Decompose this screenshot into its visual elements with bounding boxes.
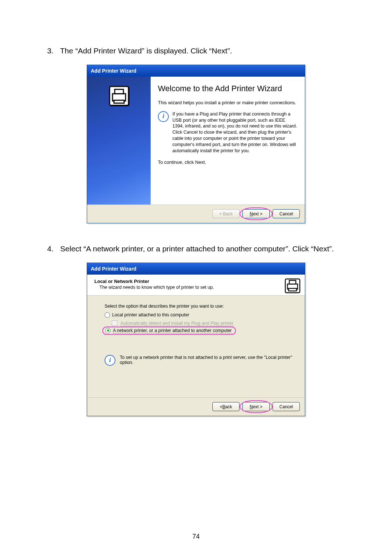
radio-icon: [105, 312, 110, 318]
wizard-1-button-row: < Back Next > Cancel: [87, 204, 305, 223]
wizard-2-body: Select the option that describes the pri…: [87, 296, 305, 397]
wizard-1-wrap: Add Printer Wizard Welcome to the Add Pr…: [47, 65, 345, 223]
back-button[interactable]: < Back: [212, 402, 240, 411]
wizard-2-header-sub: The wizard needs to know which type of p…: [99, 284, 214, 291]
step-4-text: 4. Select “A network printer, or a print…: [47, 242, 345, 256]
wizard-2-title: Add Printer Wizard: [91, 266, 136, 272]
radio-network-label: A network printer, or a printer attached…: [113, 328, 232, 333]
wizard-1-heading: Welcome to the Add Printer Wizard: [158, 84, 298, 93]
wizard-1-dialog: Add Printer Wizard Welcome to the Add Pr…: [87, 65, 305, 223]
step-3-text: 3. The “Add Printer Wizard” is displayed…: [47, 44, 345, 58]
wizard-2-titlebar: Add Printer Wizard: [87, 263, 305, 275]
radio-local-printer[interactable]: Local printer attached to this computer: [105, 312, 295, 318]
wizard-1-title: Add Printer Wizard: [91, 68, 136, 74]
svg-rect-6: [289, 280, 296, 284]
step-3-body: The “Add Printer Wizard” is displayed. C…: [60, 46, 232, 55]
wizard-1-titlebar: Add Printer Wizard: [87, 65, 305, 77]
printer-icon: [109, 86, 129, 106]
radio-network-printer[interactable]: A network printer, or a printer attached…: [105, 328, 232, 333]
document-page: 3. The “Add Printer Wizard” is displayed…: [0, 0, 392, 555]
svg-rect-2: [115, 89, 123, 94]
wizard-2-info-text: To set up a network printer that is not …: [120, 355, 295, 366]
info-icon: i: [105, 355, 115, 366]
page-number: 74: [0, 533, 392, 540]
info-icon-glyph: i: [109, 357, 111, 364]
checkbox-autodetect-label: Automatically detect and install my Plug…: [121, 321, 233, 326]
radio-icon: [105, 328, 111, 333]
svg-rect-3: [114, 100, 124, 103]
wizard-1-sidebar-art: [87, 77, 151, 204]
wizard-2-header-title: Local or Network Printer: [94, 278, 214, 285]
checkbox-icon: [112, 320, 117, 326]
wizard-1-right: Welcome to the Add Printer Wizard This w…: [151, 77, 305, 204]
cancel-button[interactable]: Cancel: [273, 209, 300, 218]
wizard-2-wrap: Add Printer Wizard Local or Network Prin…: [47, 263, 345, 416]
wizard-2-button-row: < Back Next > Cancel: [87, 397, 305, 416]
info-icon: i: [158, 111, 169, 122]
wizard-1-continue: To continue, click Next.: [158, 159, 298, 166]
radio-local-label: Local printer attached to this computer: [112, 312, 189, 317]
back-button[interactable]: < Back: [212, 209, 240, 218]
network-option-highlight: A network printer, or a printer attached…: [102, 327, 236, 335]
wizard-2-header: Local or Network Printer The wizard need…: [87, 275, 305, 296]
wizard-1-info-text: If you have a Plug and Play printer that…: [172, 111, 298, 154]
wizard-1-info-row: i If you have a Plug and Play printer th…: [158, 111, 298, 154]
wizard-1-intro: This wizard helps you install a printer …: [158, 100, 298, 106]
next-button-highlight: Next >: [242, 402, 270, 411]
printer-icon: [285, 278, 301, 293]
wizard-2-dialog: Add Printer Wizard Local or Network Prin…: [87, 263, 305, 416]
step-3-number: 3.: [47, 44, 58, 58]
info-icon-glyph: i: [163, 112, 164, 121]
checkbox-autodetect-row: Automatically detect and install my Plug…: [105, 319, 295, 326]
step-4-body: Select “A network printer, or a printer …: [60, 244, 334, 253]
wizard-1-body: Welcome to the Add Printer Wizard This w…: [87, 77, 305, 204]
cancel-button[interactable]: Cancel: [273, 402, 300, 411]
step-4-number: 4.: [47, 242, 58, 256]
next-button[interactable]: Next >: [242, 402, 270, 411]
svg-rect-7: [289, 288, 297, 291]
wizard-2-header-left: Local or Network Printer The wizard need…: [94, 278, 214, 291]
wizard-2-lead: Select the option that describes the pri…: [105, 304, 295, 309]
next-button-highlight: Next >: [242, 209, 270, 218]
next-button[interactable]: Next >: [242, 209, 270, 218]
wizard-2-info-row: i To set up a network printer that is no…: [105, 355, 295, 366]
